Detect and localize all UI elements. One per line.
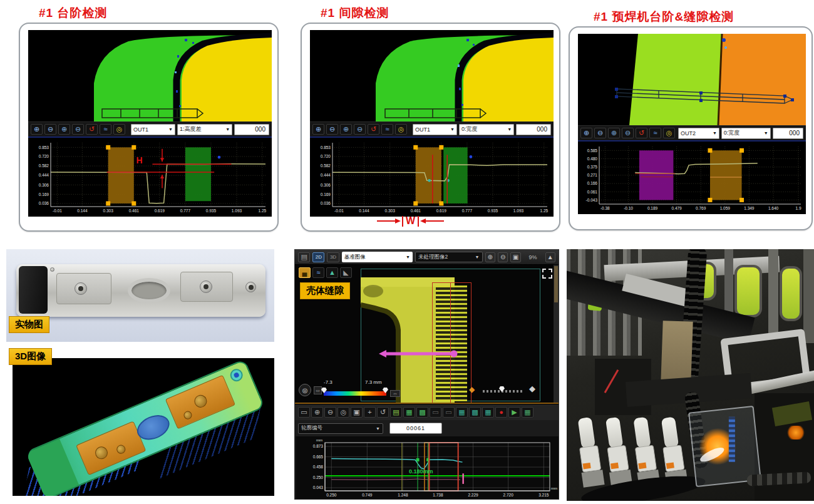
grid2-icon[interactable]: ▩ xyxy=(469,407,481,418)
capture-button[interactable]: ▲ xyxy=(545,252,555,262)
zoom-select-icon[interactable]: ◎ xyxy=(337,407,349,418)
waveform-icon[interactable]: ≈ xyxy=(381,124,393,135)
scale-mode-button[interactable]: ▭ xyxy=(390,390,400,397)
preweld-profile-graph[interactable]: 0.5850.4800.3750.2710.1660.061-0.043-0.3… xyxy=(578,140,806,214)
list-view-tab[interactable]: ▤ xyxy=(298,252,310,262)
svg-text:0.853: 0.853 xyxy=(39,145,49,150)
waveform-icon[interactable]: ≈ xyxy=(100,124,111,135)
waveform-icon[interactable]: ≈ xyxy=(649,128,661,138)
fullscreen-icon[interactable] xyxy=(542,269,552,279)
pad-hole xyxy=(115,443,126,455)
measure-value-field[interactable]: 000 xyxy=(234,124,269,135)
layer-icon[interactable]: ▤ xyxy=(390,407,402,418)
rotate-icon[interactable]: ↺ xyxy=(377,407,389,418)
zoom-fit-icon[interactable]: ⊕ xyxy=(340,124,352,135)
step-heightmap-image xyxy=(28,30,272,121)
source-image-select[interactable]: 基准图像▼ xyxy=(342,252,413,262)
compare-icon[interactable]: ▦ xyxy=(403,407,415,418)
export-icon[interactable]: ▶ xyxy=(508,407,520,418)
undo-icon[interactable]: ↺ xyxy=(86,124,98,135)
gap-profile-graph[interactable]: 0.8530.7200.5820.4440.3060.1690.036-0.01… xyxy=(310,136,554,217)
step-toolbar: ⊕⊖⊕⊖↺≈◎ OUT1▼ 1:高度差▼ 000 xyxy=(28,121,272,136)
profile-mode-icon[interactable]: ≈ xyxy=(312,267,324,278)
measure-tool-icon[interactable]: ◎ xyxy=(395,124,407,135)
terminal-plate-left xyxy=(56,273,111,304)
record-icon[interactable]: ● xyxy=(495,407,507,418)
svg-text:1.093: 1.093 xyxy=(513,208,524,213)
svg-text:1.248: 1.248 xyxy=(398,493,408,497)
profile-number-field[interactable]: 00061 xyxy=(389,423,442,434)
zoom-fit-icon[interactable]: ⊕ xyxy=(608,128,620,138)
measure-value-field[interactable]: 000 xyxy=(773,128,803,139)
machine-mullion xyxy=(768,249,778,337)
svg-text:1.25: 1.25 xyxy=(540,208,548,213)
view-mode-buttons: ▄≈▲◣ xyxy=(299,267,352,278)
undo-icon[interactable]: ↺ xyxy=(636,128,647,138)
measure-select[interactable]: 1:高度差▼ xyxy=(177,124,232,135)
undo-icon[interactable]: ↺ xyxy=(368,124,379,135)
profile-number-select[interactable]: 轮廓编号▼ xyxy=(298,423,383,434)
zoom-out-icon[interactable]: ⊖ xyxy=(594,128,606,138)
processing-image-select[interactable]: 未处理图像2▼ xyxy=(415,252,483,262)
scale-max-label: 7.3 mm xyxy=(365,379,382,385)
zoom-out-icon[interactable]: ⊖ xyxy=(326,124,338,135)
chevron-down-icon: ▼ xyxy=(507,127,512,131)
zoom-in-icon[interactable]: ⊕ xyxy=(31,124,43,135)
ref-image2-icon[interactable]: ▭ xyxy=(443,407,455,418)
output-select[interactable]: OUT2▼ xyxy=(678,128,719,139)
measure-select[interactable]: 0:宽度▼ xyxy=(721,128,771,139)
terrain-mode-icon[interactable]: ▲ xyxy=(326,267,338,278)
grid-icon[interactable]: ▦ xyxy=(456,407,468,418)
zoom-in-icon[interactable]: ⊕ xyxy=(580,128,592,138)
svg-text:1.738: 1.738 xyxy=(433,493,443,497)
svg-text:0.749: 0.749 xyxy=(362,493,373,497)
zoom-out-icon[interactable]: ⊖ xyxy=(44,124,56,135)
gripper-cylinder xyxy=(578,417,595,449)
seam-profile-graph[interactable]: 0.180mm0.8730.6650.4580.2500.0430.2500.7… xyxy=(296,436,559,499)
measure-value-field[interactable]: 000 xyxy=(516,124,551,135)
position-slider[interactable] xyxy=(483,390,524,393)
step-profile-graph[interactable]: H0.8530.7200.5820.4440.3060.1690.036-0.0… xyxy=(28,136,272,217)
tab-3d[interactable]: 3D xyxy=(327,252,339,262)
scrollbar-thumb[interactable] xyxy=(554,266,558,302)
contact-mode-icon[interactable]: ◣ xyxy=(340,267,352,278)
zoom-in-button[interactable]: ⊕ xyxy=(485,252,495,262)
output-select[interactable]: OUT1▼ xyxy=(413,124,457,135)
select-icon[interactable]: ▭ xyxy=(298,407,310,418)
zoom-in-icon[interactable]: ⊕ xyxy=(311,407,323,418)
render-label-tag: 3D图像 xyxy=(9,348,52,365)
tab-2d[interactable]: 2D xyxy=(312,252,324,262)
pan-icon[interactable]: + xyxy=(364,407,376,418)
height-color-scale xyxy=(324,391,386,396)
output-select[interactable]: OUT1▼ xyxy=(131,124,175,135)
marker-diamond-icon[interactable]: ◆ xyxy=(529,384,535,393)
panel-title-gap: #1 间隙检测 xyxy=(321,5,389,21)
zoom-fit-button[interactable]: ▣ xyxy=(510,252,520,262)
scale-options-button[interactable]: ▭ xyxy=(314,386,322,394)
vertical-scrollbar[interactable] xyxy=(554,265,559,404)
measure-select[interactable]: 0:宽度▼ xyxy=(459,124,514,135)
measure-tool-icon[interactable]: ◎ xyxy=(663,128,675,138)
seam-roi-box[interactable] xyxy=(432,282,471,403)
grid3-icon[interactable]: ▦ xyxy=(482,407,494,418)
svg-text:0.043: 0.043 xyxy=(313,485,324,490)
pad-hole xyxy=(182,410,193,421)
ref-image-icon[interactable]: ▭ xyxy=(430,407,441,418)
zoom-out-icon[interactable]: ⊖ xyxy=(324,407,336,418)
marker-diamond-icon[interactable]: ◆ xyxy=(469,385,475,394)
report-icon[interactable]: ▦ xyxy=(522,407,533,418)
target-button[interactable]: ◎ xyxy=(299,384,311,396)
zoom-out-button[interactable]: ⊖ xyxy=(498,252,508,262)
zoom-fit-icon[interactable]: ▣ xyxy=(351,407,363,418)
zoom-in-icon[interactable]: ⊕ xyxy=(312,124,324,135)
panel-title-preweld: #1 预焊机台阶&缝隙检测 xyxy=(594,9,734,25)
measure-tool-icon[interactable]: ◎ xyxy=(113,124,125,135)
zoom-fit-icon[interactable]: ⊕ xyxy=(58,124,70,135)
height-image-icon[interactable]: ▄ xyxy=(299,267,311,278)
zoom-area-icon[interactable]: ⊖ xyxy=(622,128,634,138)
mask-icon[interactable]: ▩ xyxy=(416,407,428,418)
preweld-heightmap-image xyxy=(578,34,806,125)
zoom-area-icon[interactable]: ⊖ xyxy=(354,124,366,135)
zoom-area-icon[interactable]: ⊖ xyxy=(72,124,84,135)
svg-text:-0.01: -0.01 xyxy=(53,208,62,213)
